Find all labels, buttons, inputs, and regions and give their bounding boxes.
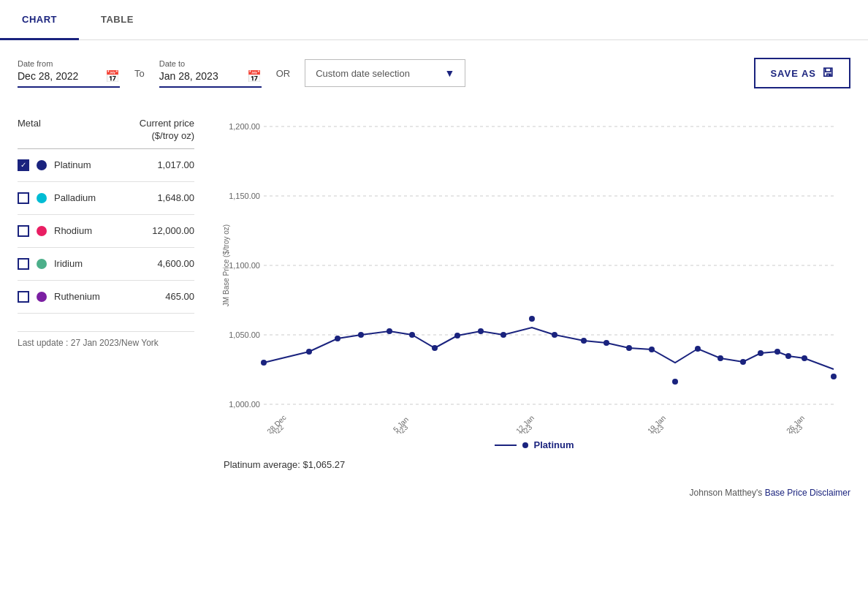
rhodium-checkbox[interactable]	[18, 225, 29, 237]
rhodium-price: 12,000.00	[152, 225, 194, 236]
data-point	[758, 350, 764, 356]
data-point	[454, 333, 460, 338]
ruthenium-checkbox[interactable]	[18, 291, 29, 303]
metal-table: Metal Current price($/troy oz) Platinum …	[18, 112, 194, 314]
custom-date-label: Custom date selection	[316, 68, 410, 79]
chart-container: 1,200.00 1,150.00 1,100.00 1,050.00 1,00…	[218, 112, 850, 434]
list-item: Platinum 1,017.00	[18, 149, 194, 182]
chart-area: 1,200.00 1,150.00 1,100.00 1,050.00 1,00…	[212, 100, 868, 482]
date-from-field[interactable]: Date from Dec 28, 2022 📅	[18, 59, 120, 88]
data-point	[672, 379, 678, 385]
ruthenium-price: 465.00	[165, 291, 194, 302]
chevron-down-icon: ▼	[444, 67, 454, 79]
data-point	[695, 346, 701, 352]
legend-label: Platinum	[534, 439, 574, 450]
data-point	[500, 332, 506, 338]
platinum-name: Platinum	[54, 159, 150, 170]
disclaimer: Johnson Matthey's Base Price Disclaimer	[0, 482, 868, 504]
ruthenium-name: Ruthenium	[54, 291, 158, 302]
date-from-label: Date from	[18, 59, 120, 68]
data-point	[409, 332, 415, 338]
iridium-dot	[37, 259, 47, 269]
svg-text:1,200.00: 1,200.00	[229, 122, 260, 131]
data-point	[774, 349, 780, 355]
rhodium-dot	[37, 226, 47, 236]
list-item: Palladium 1,648.00	[18, 182, 194, 215]
sidebar: Metal Current price($/troy oz) Platinum …	[0, 100, 212, 482]
last-update: Last update : 27 Jan 2023/New York	[18, 331, 194, 348]
main-content: Metal Current price($/troy oz) Platinum …	[0, 100, 868, 482]
save-label: SAVE AS	[770, 68, 816, 79]
date-to-label: Date to	[159, 59, 262, 68]
disclaimer-link[interactable]: Base Price Disclaimer	[765, 488, 850, 498]
metal-table-header: Metal Current price($/troy oz)	[18, 112, 194, 149]
data-point	[740, 359, 746, 365]
custom-date-select[interactable]: Custom date selection ▼	[305, 59, 465, 87]
legend-dot	[522, 442, 528, 448]
svg-text:1,000.00: 1,000.00	[229, 400, 260, 409]
platinum-checkbox[interactable]	[18, 159, 29, 171]
platinum-dot	[37, 160, 47, 170]
list-item: Iridium 4,600.00	[18, 248, 194, 281]
svg-text:1,150.00: 1,150.00	[229, 192, 260, 200]
data-point	[432, 345, 438, 351]
data-point	[552, 332, 557, 338]
data-point	[649, 347, 655, 352]
data-point	[831, 374, 837, 379]
iridium-checkbox[interactable]	[18, 258, 29, 270]
tab-chart[interactable]: CHART	[0, 1, 79, 40]
chart-svg: 1,200.00 1,150.00 1,100.00 1,050.00 1,00…	[218, 112, 850, 434]
palladium-name: Palladium	[54, 192, 150, 203]
date-from-value: Dec 28, 2022	[18, 70, 78, 82]
platinum-line	[264, 328, 834, 369]
to-label: To	[134, 68, 145, 79]
iridium-name: Iridium	[54, 258, 150, 269]
data-point	[306, 349, 312, 355]
data-point	[626, 345, 632, 351]
data-point	[478, 328, 484, 334]
data-point	[802, 355, 807, 361]
palladium-dot	[37, 193, 47, 203]
data-point	[581, 338, 587, 344]
average-value: $1,065.27	[302, 459, 345, 470]
svg-text:1,100.00: 1,100.00	[229, 261, 260, 270]
data-point	[717, 355, 723, 361]
data-point	[785, 353, 791, 359]
palladium-price: 1,648.00	[157, 192, 194, 203]
calendar-from-icon[interactable]: 📅	[105, 69, 120, 83]
palladium-checkbox[interactable]	[18, 192, 29, 204]
col-price: Current price($/troy oz)	[140, 118, 194, 143]
chart-legend: Platinum	[218, 439, 850, 450]
svg-text:1,050.00: 1,050.00	[229, 330, 260, 339]
rhodium-name: Rhodium	[54, 225, 145, 236]
platinum-price: 1,017.00	[157, 159, 194, 170]
disclaimer-prefix: Johnson Matthey's	[690, 488, 763, 498]
list-item: Rhodium 12,000.00	[18, 215, 194, 248]
controls-bar: Date from Dec 28, 2022 📅 To Date to Jan …	[0, 40, 868, 100]
average-label: Platinum average:	[224, 459, 300, 470]
save-icon: 🖫	[822, 67, 834, 80]
data-point	[261, 360, 267, 366]
list-item: Ruthenium 465.00	[18, 281, 194, 314]
data-point	[358, 332, 364, 338]
chart-average: Platinum average: $1,065.27	[218, 459, 850, 470]
tab-bar: CHART TABLE	[0, 0, 868, 40]
tab-table[interactable]: TABLE	[79, 1, 156, 40]
data-point	[335, 336, 340, 341]
svg-text:JM Base Price ($/troy oz): JM Base Price ($/troy oz)	[222, 224, 230, 306]
save-as-button[interactable]: SAVE AS 🖫	[754, 58, 850, 88]
col-metal: Metal	[18, 118, 41, 143]
legend-line	[495, 445, 517, 446]
iridium-price: 4,600.00	[157, 258, 194, 269]
or-label: OR	[276, 68, 291, 79]
calendar-to-icon[interactable]: 📅	[247, 69, 262, 83]
data-point	[529, 316, 535, 322]
date-to-value: Jan 28, 2023	[159, 70, 218, 82]
ruthenium-dot	[37, 292, 47, 302]
date-to-field[interactable]: Date to Jan 28, 2023 📅	[159, 59, 262, 88]
data-point	[387, 328, 392, 334]
data-point	[604, 340, 609, 346]
